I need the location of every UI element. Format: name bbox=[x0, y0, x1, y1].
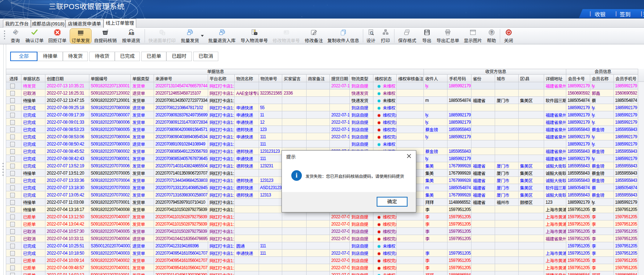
svg-text:A: A bbox=[129, 31, 131, 36]
svg-text:B: B bbox=[131, 31, 134, 36]
svg-text:?: ? bbox=[490, 31, 493, 35]
